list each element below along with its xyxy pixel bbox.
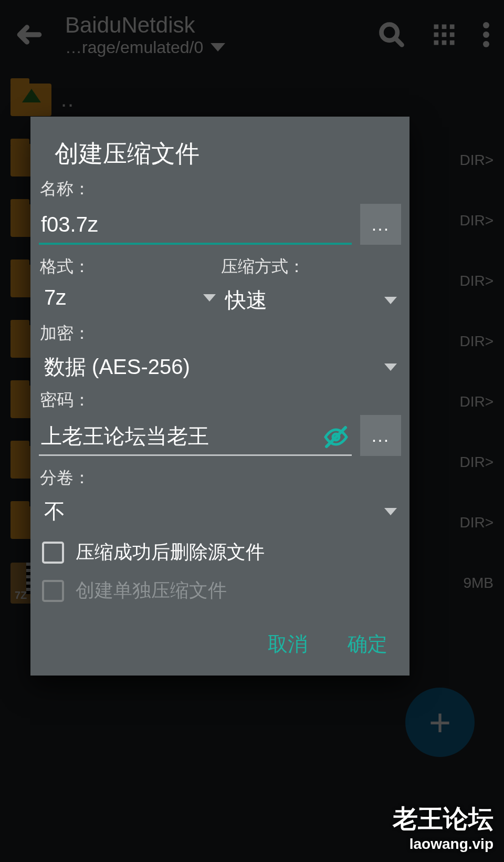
watermark-text-cn: 老王论坛 — [393, 802, 494, 836]
chevron-down-icon — [384, 508, 397, 515]
password-input[interactable] — [39, 421, 352, 456]
volume-label: 分卷： — [39, 466, 401, 493]
separate-files-label: 创建单独压缩文件 — [76, 578, 227, 604]
archive-name-label: 名称： — [39, 178, 401, 204]
encryption-label: 加密： — [39, 322, 401, 348]
format-value: 7z — [44, 286, 66, 309]
password-more-button[interactable]: ... — [360, 415, 401, 456]
eye-off-icon — [323, 424, 349, 450]
encryption-value: 数据 (AES-256) — [44, 352, 190, 381]
format-dropdown[interactable]: 7z — [39, 282, 220, 317]
checkbox-icon — [42, 542, 64, 564]
compression-method-value: 快速 — [225, 286, 267, 315]
archive-name-input[interactable] — [39, 210, 352, 245]
volume-dropdown[interactable]: 不 — [39, 493, 401, 533]
compression-method-label: 压缩方式： — [220, 255, 401, 282]
dialog-actions: 取消 确定 — [30, 610, 410, 676]
chevron-down-icon — [384, 364, 397, 371]
cancel-button[interactable]: 取消 — [268, 631, 308, 658]
encryption-dropdown[interactable]: 数据 (AES-256) — [39, 348, 401, 389]
create-archive-dialog: 创建压缩文件 名称： ... 格式： 7z 压缩方式： 快速 — [30, 117, 410, 676]
compression-method-dropdown[interactable]: 快速 — [220, 282, 401, 322]
separate-files-checkbox-row: 创建单独压缩文件 — [39, 572, 401, 610]
format-label: 格式： — [39, 255, 220, 282]
delete-after-checkbox-row[interactable]: 压缩成功后删除源文件 — [39, 533, 401, 572]
watermark: 老王论坛 laowang.vip — [393, 802, 494, 853]
delete-after-label: 压缩成功后删除源文件 — [76, 539, 265, 565]
chevron-down-icon — [384, 297, 397, 304]
volume-value: 不 — [44, 497, 65, 526]
chevron-down-icon — [203, 294, 216, 302]
toggle-password-visibility-button[interactable] — [322, 423, 350, 451]
confirm-button[interactable]: 确定 — [348, 631, 387, 658]
checkbox-icon — [42, 580, 64, 602]
watermark-text-en: laowang.vip — [393, 836, 494, 853]
dialog-title: 创建压缩文件 — [30, 138, 410, 170]
password-label: 密码： — [39, 389, 401, 415]
browse-location-button[interactable]: ... — [360, 204, 401, 245]
